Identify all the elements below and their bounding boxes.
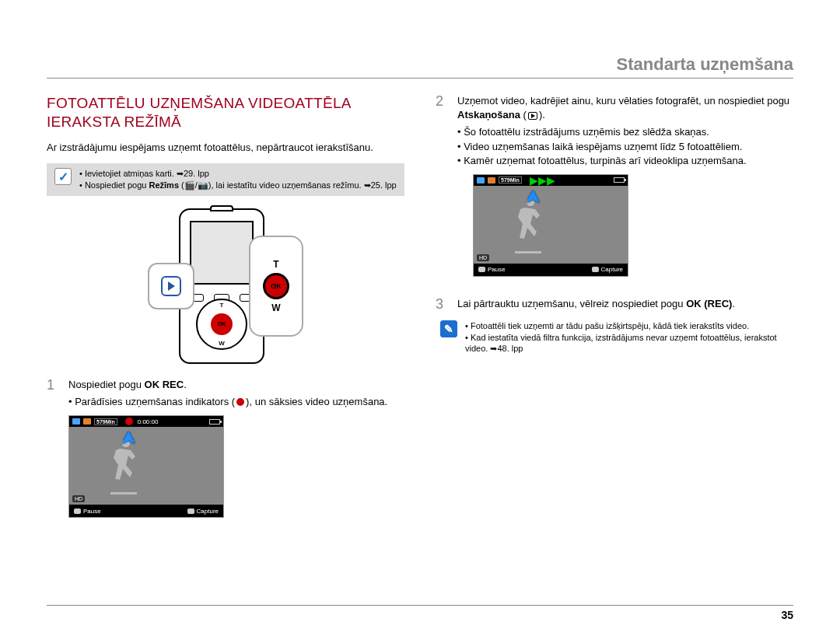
intro-text: Ar izstrādājumu iespējams uzņemt fotoatt… [47, 141, 404, 155]
lcd-preview-2: 579Min ▶▶▶ ⮝ HD Pause Capture [473, 174, 628, 277]
rec-dot-icon [236, 398, 244, 406]
capture-label: Capture [187, 508, 219, 515]
camera-screen [190, 221, 254, 285]
header-title: Standarta uzņemšana [617, 54, 793, 74]
step-2: 2 Uzņemot video, kadrējiet ainu, kuru vē… [436, 94, 793, 168]
ok-rec-button: OK [211, 313, 233, 335]
card-icon [83, 418, 91, 425]
key-icon [74, 508, 81, 514]
key-icon [592, 267, 599, 272]
page-header: Standarta uzņemšana [47, 54, 793, 79]
ok-rec-icon: OK [263, 273, 289, 299]
sd-icon [477, 177, 485, 183]
time-remaining: 579Min [94, 418, 117, 425]
page-number: 35 [47, 605, 793, 621]
svg-rect-0 [110, 492, 137, 494]
step-1-bullet: Parādīsies uzņemšanas indikators (), un … [68, 395, 404, 409]
step-3: 3 Lai pārtrauktu uzņemšanu, vēlreiz nosp… [436, 297, 793, 313]
step-1-number: 1 [47, 378, 58, 409]
playback-button-callout [148, 263, 194, 309]
fast-forward-icon: ▶▶▶ [530, 174, 555, 187]
right-column: 2 Uzņemot video, kadrējiet ainu, kuru vē… [436, 94, 793, 518]
hd-badge: HD [477, 254, 489, 261]
battery-icon [614, 177, 625, 183]
arrow-up-icon: ⮝ [122, 430, 136, 446]
battery-icon [209, 419, 220, 425]
capture-label: Capture [592, 266, 623, 273]
elapsed-time: 0:00:00 [138, 418, 159, 425]
pencil-icon [440, 320, 457, 337]
info-item-2: Kad iestatīta viedā filtra funkcija, izs… [465, 332, 789, 355]
sd-icon [72, 418, 80, 425]
lcd-preview-1: 579Min 0:00:00 ⮝ HD Pause Capture [68, 415, 224, 518]
playback-small-icon [528, 112, 537, 120]
pause-label: Pause [74, 508, 101, 515]
step-2-number: 2 [436, 94, 446, 168]
prereq-item-1: Ievietojiet atmiņas karti. ➥29. lpp [79, 168, 397, 180]
check-icon [54, 168, 72, 185]
step-3-number: 3 [436, 297, 446, 313]
step-2-bullet-2: Video uzņemšanas laikā iespējams uzņemt … [457, 140, 793, 154]
ok-button-callout: T OK W [249, 236, 303, 337]
pause-label: Pause [478, 266, 506, 273]
step-2-bullet-1: Šo fotoattēlu izstrādājums uzņēmis bez s… [457, 125, 793, 139]
prerequisite-note: Ievietojiet atmiņas karti. ➥29. lpp Nosp… [47, 163, 404, 196]
rec-indicator-icon [125, 418, 133, 425]
info-item-1: Fotoattēli tiek uzņemti ar tādu pašu izš… [465, 320, 789, 332]
camera-figure: T OK W T OK W [47, 208, 404, 364]
key-icon [478, 267, 485, 272]
prereq-list: Ievietojiet atmiņas karti. ➥29. lpp Nosp… [79, 168, 397, 191]
step-2-bullet-3: Kamēr uzņemat fotoattēlus, turpinās arī … [457, 154, 793, 168]
prereq-item-2: Nospiediet pogu Režīms (🎬/📷), lai iestat… [79, 180, 397, 191]
section-title: FOTOATTĒLU UZŅEMŠANA VIDEOATTĒLA IERAKST… [47, 94, 404, 131]
arrow-up-icon: ⮝ [527, 189, 541, 205]
camera-dpad: T OK W [196, 299, 247, 350]
time-remaining: 579Min [499, 176, 522, 183]
info-note: Fotoattēli tiek uzņemti ar tādu pašu izš… [436, 320, 793, 355]
key-icon [187, 508, 194, 514]
playback-icon [161, 276, 181, 296]
hd-badge: HD [72, 495, 85, 502]
card-icon [488, 177, 495, 183]
left-column: FOTOATTĒLU UZŅEMŠANA VIDEOATTĒLA IERAKST… [47, 94, 404, 518]
step-1: 1 Nospiediet pogu OK REC. Parādīsies uzņ… [47, 378, 404, 409]
content-columns: FOTOATTĒLU UZŅEMŠANA VIDEOATTĒLA IERAKST… [47, 94, 793, 518]
svg-rect-1 [515, 251, 541, 253]
